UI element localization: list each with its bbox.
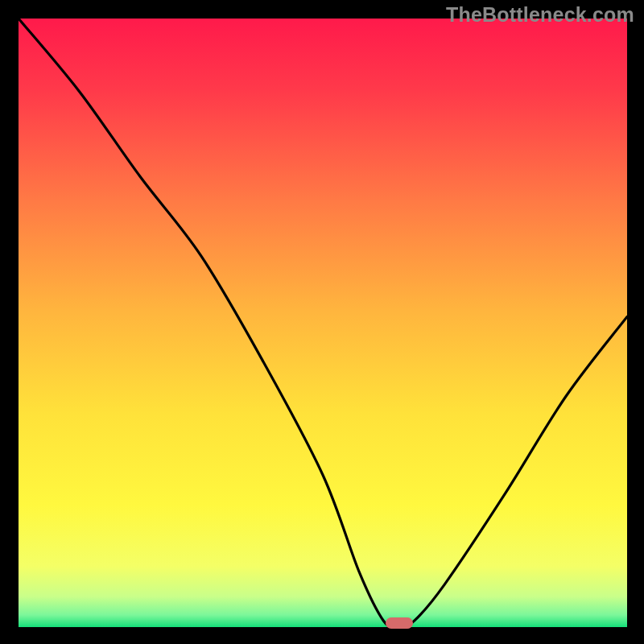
chart-frame: TheBottleneck.com xyxy=(0,0,644,644)
optimal-point-marker xyxy=(386,617,413,629)
plot-area xyxy=(19,19,627,627)
bottleneck-curve xyxy=(19,19,627,627)
watermark-text: TheBottleneck.com xyxy=(446,3,634,27)
